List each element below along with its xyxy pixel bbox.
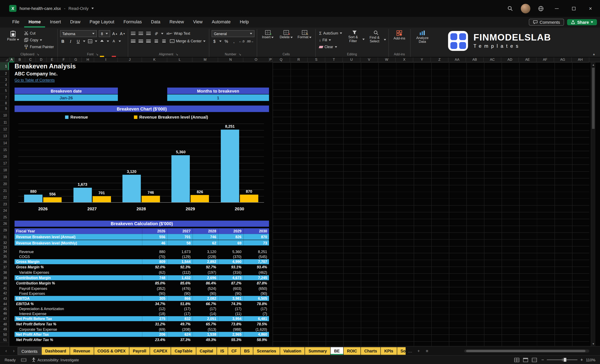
row-header-14[interactable]: 14 (0, 140, 9, 146)
sheet-tab-cf[interactable]: CF (228, 347, 240, 355)
cell-contribution-margin-2028[interactable]: 2,696 (192, 275, 218, 280)
cell-net-profit-before-tax-2029[interactable]: 73.8% (218, 321, 243, 326)
all-sheets-button[interactable]: ≡ (423, 348, 431, 353)
increase-font-button[interactable]: A▲ (112, 31, 118, 37)
column-header-U[interactable]: U (343, 57, 360, 62)
comma-style-button[interactable]: , (231, 38, 237, 45)
borders-button[interactable] (87, 38, 93, 45)
cell-corporate-tax-expense-2029[interactable]: (988) (218, 327, 243, 331)
decrease-decimal-button[interactable]: .00→ (246, 38, 254, 45)
cell-contribution-margin-2027[interactable]: 85.6% (167, 281, 192, 285)
row-header-47[interactable]: 47 (0, 316, 9, 322)
column-header-L[interactable]: L (167, 57, 192, 62)
row-header-15[interactable]: 15 (0, 146, 9, 153)
cell-variable-expenses-2029[interactable]: (316) (218, 270, 243, 275)
column-header-O[interactable]: O (243, 57, 269, 62)
column-header-AH[interactable]: AH (572, 57, 589, 62)
cell-corporate-tax-expense-2028[interactable]: (513) (192, 327, 218, 331)
row-header-33[interactable]: 33 (0, 246, 9, 249)
column-header-R[interactable]: R (290, 57, 308, 62)
cell-fixed-expenses-2029[interactable]: (90) (218, 291, 243, 295)
column-header-Y[interactable]: Y (413, 57, 431, 62)
cell-revenue-2029[interactable]: 5,360 (218, 249, 243, 254)
cell-net-profit-after-tax-2029[interactable]: 2,965 (218, 332, 243, 337)
cell-cogs-2026[interactable]: (70) (142, 254, 167, 259)
addins-button[interactable]: Add-ins (391, 29, 408, 40)
cell-net-profit-before-tax-2030[interactable]: 6,481 (243, 316, 269, 321)
table-row-net-profit-before-tax[interactable]: Net Profit Before Tax2758322,0513,9546,4… (14, 316, 269, 321)
row-header-11[interactable]: 11 (0, 119, 9, 126)
cell-payroll-expenses-2026[interactable]: (352) (142, 286, 167, 291)
table-row-net-profit-after-tax[interactable]: Net Profit After Tax2066241,5382,9654,86… (14, 332, 269, 337)
maximize-button[interactable] (566, 0, 581, 17)
row-header-42[interactable]: 42 (0, 291, 9, 296)
column-header-N[interactable]: N (218, 57, 243, 62)
menu-tab-automate[interactable]: Automate (207, 17, 235, 27)
row-header-17[interactable]: 17 (0, 160, 9, 167)
cell-revenue-breakeven-level-monthly-2028[interactable]: 62 (192, 240, 218, 246)
table-row-gross-margin[interactable]: Gross Margin8091,5442,8924,9907,707 (14, 259, 269, 264)
decrease-indent-button[interactable] (153, 38, 159, 44)
row-header-31[interactable]: 31 (0, 234, 9, 240)
select-all-corner[interactable] (0, 57, 9, 62)
year-header-2029[interactable]: 2029 (218, 228, 243, 234)
sheet-tab-kpis[interactable]: KPIs (381, 347, 397, 355)
cell-net-profit-after-tax-2030[interactable]: 4,860 (243, 332, 269, 337)
cell-gross-margin-2026[interactable]: 92.0% (142, 265, 167, 270)
column-header-K[interactable]: K (142, 57, 167, 62)
underline-button[interactable]: U (75, 38, 81, 45)
row-header-48[interactable]: 48 (0, 321, 9, 327)
readonly-badge[interactable]: Read-Only (68, 6, 88, 11)
zoom-in-button[interactable]: + (580, 357, 584, 363)
cell-ebitda-2028[interactable]: 2,082 (192, 296, 218, 301)
cell-gross-margin-2028[interactable]: 92.7% (192, 265, 218, 270)
sheet-tab-captable[interactable]: CapTable (171, 347, 196, 355)
font-name-select[interactable]: Tahoma (60, 30, 97, 37)
fiscal-year-header-row[interactable]: Fiscal Year 20262027202820292030 (14, 228, 269, 234)
column-header-AB[interactable]: AB (466, 57, 484, 62)
row-header-4[interactable]: 4 (0, 83, 9, 88)
row-header-12[interactable]: 12 (0, 126, 9, 133)
sheet-tab-summary[interactable]: Summary (305, 347, 330, 355)
column-header-D[interactable]: D (36, 57, 47, 62)
cell-cogs-2027[interactable]: (129) (167, 254, 192, 259)
breakeven-chart-plot[interactable]: 8805561,6737013,1207465,3608268,251870 (19, 124, 264, 203)
cell-contribution-margin-2027[interactable]: 1,432 (167, 275, 192, 280)
normal-view-button[interactable] (514, 358, 519, 362)
cell-depreciation-amortization-2030[interactable]: (17) (243, 307, 269, 311)
title-chevron-down-icon[interactable] (92, 8, 94, 9)
cell-fixed-expenses-2028[interactable]: (90) (192, 291, 218, 295)
sheet-tab-valuation[interactable]: Valuation (280, 347, 305, 355)
chart-title-bar[interactable]: Breakeven Chart ($'000) (14, 106, 269, 112)
row-header-24[interactable]: 24 (0, 208, 9, 214)
cell-revenue-breakeven-level-monthly-2030[interactable]: 73 (243, 240, 269, 246)
column-header-C[interactable]: C (25, 57, 36, 62)
row-header-45[interactable]: 45 (0, 307, 9, 311)
paste-button[interactable]: Paste (5, 29, 21, 42)
cell-corporate-tax-expense-2027[interactable]: (208) (167, 327, 192, 331)
row-header-3[interactable]: 3 (0, 77, 9, 83)
table-row-fixed-expenses[interactable]: Fixed Expenses(90)(90)(90)(90)(90) (14, 291, 269, 295)
increase-indent-button[interactable] (161, 38, 167, 44)
font-dialog-launcher-icon[interactable]: ↘ (96, 53, 98, 56)
sort-filter-button[interactable]: Sort & Filter (345, 29, 365, 43)
cell-contribution-margin-2030[interactable]: 7,245 (243, 275, 269, 280)
row-header-35[interactable]: 35 (0, 254, 9, 259)
zoom-slider-thumb[interactable] (564, 358, 566, 362)
number-dialog-launcher-icon[interactable]: ↘ (239, 53, 241, 56)
menu-tab-review[interactable]: Review (165, 17, 188, 27)
percent-style-button[interactable]: % (224, 38, 229, 45)
row-header-29[interactable]: 29 (0, 227, 9, 234)
cell-variable-expenses-2030[interactable]: (462) (243, 270, 269, 275)
cell-revenue-2030[interactable]: 8,251 (243, 249, 269, 254)
cell-cogs-2028[interactable]: (228) (192, 254, 218, 259)
cell-ebitda-2026[interactable]: 305 (142, 296, 167, 301)
column-header-V[interactable]: V (360, 57, 378, 62)
accounting-format-button[interactable]: $ (212, 38, 217, 45)
cell-gross-margin-2027[interactable]: 1,544 (167, 259, 192, 264)
column-header-AF[interactable]: AF (536, 57, 554, 62)
orientation-button[interactable]: ab (153, 30, 159, 36)
search-button[interactable] (504, 1, 517, 16)
cell-payroll-expenses-2030[interactable]: (650) (243, 286, 269, 291)
zoom-level[interactable]: 110% (586, 358, 595, 362)
